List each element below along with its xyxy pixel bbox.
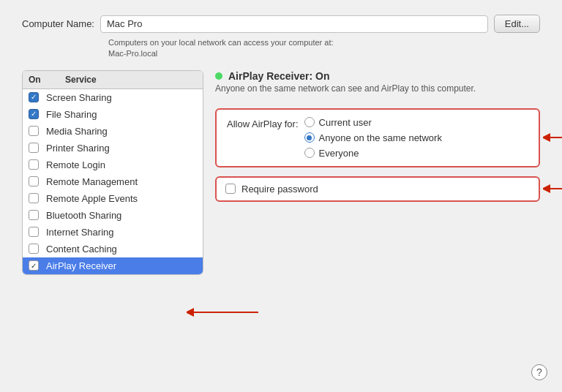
radio-options: Current user Anyone on the same network … (304, 117, 442, 159)
service-name-media-sharing: Media Sharing (46, 126, 108, 137)
service-checkbox-remote-apple-events[interactable] (29, 193, 39, 203)
radio-option-everyone[interactable]: Everyone (304, 148, 442, 159)
service-checkbox-screen-sharing[interactable] (29, 92, 39, 102)
computer-name-sub: Computers on your local network can acce… (108, 37, 540, 60)
airplay-for-box: Allow AirPlay for: Current user Anyone o… (215, 108, 540, 167)
service-name-bluetooth-sharing: Bluetooth Sharing (46, 210, 121, 221)
service-checkbox-remote-login[interactable] (29, 159, 39, 170)
service-name-screen-sharing: Screen Sharing (46, 92, 112, 103)
service-checkbox-remote-management[interactable] (29, 176, 39, 186)
password-box: Require password (215, 176, 540, 202)
status-title: AirPlay Receiver: On (228, 70, 330, 82)
list-item[interactable]: Printer Sharing (23, 140, 203, 157)
computer-name-row: Computer Name: Edit... (22, 15, 540, 33)
list-item[interactable]: Screen Sharing (23, 89, 203, 106)
service-checkbox-airplay-receiver[interactable] (29, 260, 39, 271)
radio-label-same-network: Anyone on the same network (319, 132, 442, 143)
list-item[interactable]: Remote Login (23, 157, 203, 173)
require-password-checkbox[interactable] (225, 184, 236, 194)
service-name-remote-management: Remote Management (46, 176, 138, 187)
service-list-header: On Service (23, 71, 203, 89)
service-checkbox-media-sharing[interactable] (29, 126, 39, 136)
airplay-for-label: Allow AirPlay for: (227, 118, 299, 129)
service-name-file-sharing: File Sharing (46, 109, 97, 120)
content-area: On Service Screen Sharing File Sharing M… (22, 70, 540, 275)
service-name-remote-apple-events: Remote Apple Events (46, 193, 138, 204)
header-service: Service (65, 75, 97, 85)
list-item[interactable]: Media Sharing (23, 123, 203, 140)
radio-label-everyone: Everyone (319, 148, 359, 159)
list-item[interactable]: File Sharing (23, 106, 203, 123)
service-checkbox-file-sharing[interactable] (29, 109, 39, 119)
service-checkbox-content-caching[interactable] (29, 244, 39, 254)
service-name-internet-sharing: Internet Sharing (46, 227, 114, 238)
service-name-remote-login: Remote Login (46, 159, 105, 170)
list-item[interactable]: Content Caching (23, 241, 203, 257)
list-item-airplay-receiver[interactable]: AirPlay Receiver (23, 257, 203, 274)
airplay-for-row: Allow AirPlay for: Current user Anyone o… (227, 117, 528, 159)
radio-option-current-user[interactable]: Current user (304, 117, 442, 128)
radio-btn-everyone[interactable] (304, 148, 315, 158)
edit-button[interactable]: Edit... (494, 15, 540, 33)
service-name-printer-sharing: Printer Sharing (46, 143, 110, 154)
arrow-airplay (543, 129, 562, 146)
status-row: AirPlay Receiver: On (215, 70, 540, 82)
radio-label-current-user: Current user (319, 117, 372, 128)
right-panel: AirPlay Receiver: On Anyone on the same … (215, 70, 540, 275)
service-checkbox-bluetooth-sharing[interactable] (29, 210, 39, 220)
radio-btn-same-network[interactable] (304, 132, 315, 143)
service-panel: On Service Screen Sharing File Sharing M… (22, 70, 203, 275)
list-item[interactable]: Remote Management (23, 173, 203, 190)
status-description: Anyone on the same network can see and A… (215, 83, 540, 94)
status-dot (215, 72, 222, 80)
service-checkbox-internet-sharing[interactable] (29, 227, 39, 237)
service-name-content-caching: Content Caching (46, 244, 117, 255)
help-button[interactable]: ? (531, 364, 547, 380)
main-container: Computer Name: Edit... Computers on your… (0, 0, 562, 392)
service-name-airplay-receiver: AirPlay Receiver (46, 260, 116, 271)
header-on: On (29, 75, 50, 85)
radio-option-same-network[interactable]: Anyone on the same network (304, 132, 442, 143)
list-item[interactable]: Internet Sharing (23, 224, 203, 241)
service-checkbox-printer-sharing[interactable] (29, 143, 39, 153)
require-password-label: Require password (241, 184, 318, 195)
status-section: AirPlay Receiver: On Anyone on the same … (215, 70, 540, 99)
service-list: Screen Sharing File Sharing Media Sharin… (23, 89, 203, 274)
list-item[interactable]: Remote Apple Events (23, 190, 203, 207)
radio-btn-current-user[interactable] (304, 117, 315, 127)
arrow-list-airplay (187, 304, 260, 320)
arrow-password (543, 181, 562, 197)
computer-name-input[interactable] (100, 15, 488, 33)
computer-name-label: Computer Name: (22, 18, 94, 29)
list-item[interactable]: Bluetooth Sharing (23, 207, 203, 224)
